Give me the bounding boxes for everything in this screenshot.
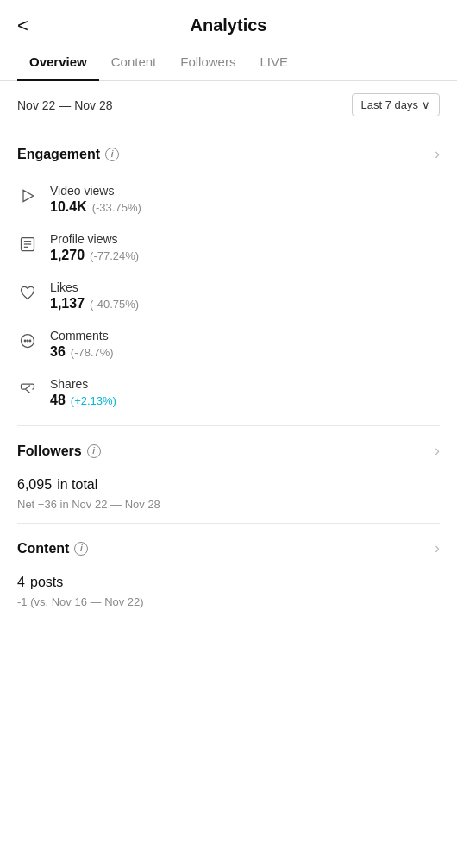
- engagement-chevron-icon[interactable]: ›: [435, 145, 440, 163]
- svg-point-7: [27, 340, 28, 342]
- followers-net: Net +36 in Nov 22 — Nov 28: [17, 498, 440, 511]
- metric-change-shares: (+2.13%): [71, 394, 116, 407]
- chevron-down-icon: ∨: [422, 98, 430, 111]
- tab-followers[interactable]: Followers: [168, 44, 247, 81]
- heart-icon: [17, 282, 38, 303]
- metric-content-likes: Likes 1,137 (-40.75%): [50, 280, 139, 311]
- header: < Analytics: [0, 0, 457, 44]
- content-header: Content i ›: [17, 539, 440, 557]
- metric-name-video: Video views: [50, 184, 141, 198]
- content-posts: 4 posts: [17, 569, 440, 592]
- tab-content[interactable]: Content: [99, 44, 169, 81]
- engagement-title-row: Engagement i: [17, 147, 119, 162]
- content-info-icon[interactable]: i: [74, 542, 88, 556]
- svg-point-8: [29, 340, 31, 342]
- svg-marker-0: [23, 190, 34, 201]
- metric-comments: Comments 36 (-78.7%): [17, 320, 440, 368]
- engagement-header: Engagement i ›: [17, 145, 440, 163]
- date-range-label: Nov 22 — Nov 28: [17, 98, 113, 112]
- engagement-info-icon[interactable]: i: [105, 148, 119, 161]
- followers-title-row: Followers i: [17, 443, 101, 459]
- metric-change-comments: (-78.7%): [71, 346, 114, 359]
- metric-name-profile: Profile views: [50, 232, 139, 246]
- content-title-row: Content i: [17, 541, 88, 557]
- metric-likes: Likes 1,137 (-40.75%): [17, 272, 440, 320]
- metric-value-comments: 36: [50, 344, 66, 360]
- followers-title: Followers: [17, 443, 82, 459]
- engagement-title: Engagement: [17, 147, 100, 162]
- metric-change-profile: (-77.24%): [90, 249, 139, 262]
- content-section: Content i › 4 posts -1 (vs. Nov 16 — Nov…: [0, 524, 457, 620]
- content-title: Content: [17, 541, 69, 557]
- metric-shares: Shares 48 (+2.13%): [17, 368, 440, 417]
- followers-header: Followers i ›: [17, 442, 440, 460]
- metric-value-row-profile: 1,270 (-77.24%): [50, 248, 139, 263]
- metric-value-row-shares: 48 (+2.13%): [50, 393, 116, 408]
- followers-section: Followers i › 6,095 in total Net +36 in …: [0, 426, 457, 523]
- metric-content-video: Video views 10.4K (-33.75%): [50, 184, 141, 215]
- page-title: Analytics: [191, 16, 267, 35]
- metric-value-shares: 48: [50, 393, 66, 408]
- metric-change-video: (-33.75%): [92, 201, 141, 214]
- metric-value-likes: 1,137: [50, 296, 85, 311]
- followers-total-value: 6,095: [17, 477, 52, 492]
- comment-icon: [17, 330, 38, 351]
- followers-chevron-icon[interactable]: ›: [435, 442, 440, 460]
- svg-point-6: [24, 340, 26, 342]
- metric-value-row-comments: 36 (-78.7%): [50, 344, 114, 360]
- followers-total-label: in total: [57, 477, 97, 492]
- share-icon: [17, 379, 38, 399]
- profile-icon: [17, 234, 38, 255]
- content-posts-value: 4: [17, 575, 25, 589]
- metric-value-profile: 1,270: [50, 248, 85, 263]
- metric-change-likes: (-40.75%): [90, 298, 139, 311]
- date-picker[interactable]: Last 7 days ∨: [352, 93, 441, 116]
- content-chevron-icon[interactable]: ›: [435, 539, 440, 557]
- back-button[interactable]: <: [17, 16, 28, 35]
- metric-value-row-video: 10.4K (-33.75%): [50, 199, 141, 215]
- metric-value-row-likes: 1,137 (-40.75%): [50, 296, 139, 311]
- followers-info-icon[interactable]: i: [87, 444, 101, 458]
- metric-name-comments: Comments: [50, 329, 114, 343]
- metric-video-views: Video views 10.4K (-33.75%): [17, 175, 440, 223]
- metric-content-shares: Shares 48 (+2.13%): [50, 377, 116, 408]
- tab-live[interactable]: LIVE: [247, 44, 300, 81]
- metric-content-comments: Comments 36 (-78.7%): [50, 329, 114, 360]
- play-icon: [17, 186, 38, 206]
- metric-name-likes: Likes: [50, 280, 139, 294]
- tab-overview[interactable]: Overview: [17, 44, 99, 81]
- followers-total: 6,095 in total: [17, 472, 440, 494]
- tab-bar: Overview Content Followers LIVE: [0, 44, 457, 81]
- engagement-section: Engagement i › Video views 10.4K (-33.75…: [0, 129, 457, 425]
- date-picker-label: Last 7 days: [361, 98, 419, 111]
- metric-name-shares: Shares: [50, 377, 116, 391]
- metric-profile-views: Profile views 1,270 (-77.24%): [17, 223, 440, 272]
- content-posts-label: posts: [30, 575, 63, 589]
- metric-value-video: 10.4K: [50, 199, 87, 215]
- metric-content-profile: Profile views 1,270 (-77.24%): [50, 232, 139, 263]
- date-row: Nov 22 — Nov 28 Last 7 days ∨: [0, 81, 457, 129]
- content-compare: -1 (vs. Nov 16 — Nov 22): [17, 595, 440, 608]
